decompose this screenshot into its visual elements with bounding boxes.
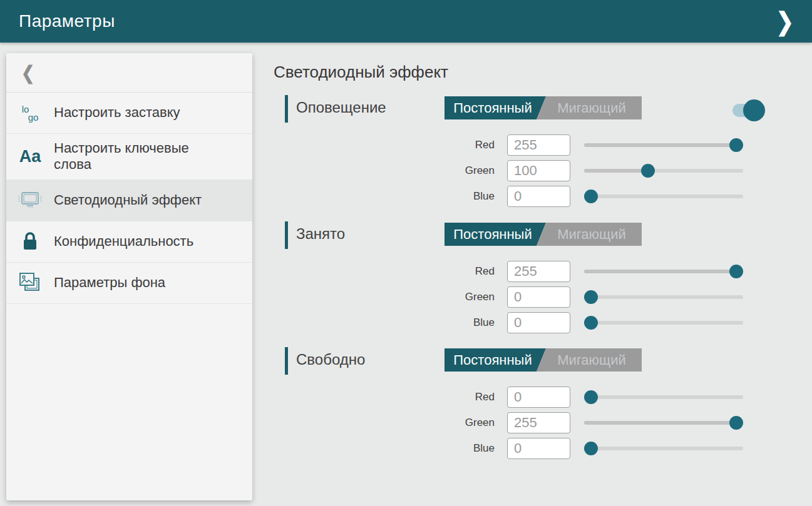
background-image-icon	[6, 271, 54, 294]
section-notification: Оповещение Постоянный Мигающий Red Green…	[285, 94, 779, 216]
led-monitor-icon	[6, 190, 54, 210]
sidebar-item-screensaver[interactable]: lo go Настроить заставку	[6, 93, 252, 134]
slider-knob[interactable]	[584, 290, 598, 304]
channel-label: Red	[410, 265, 495, 278]
green-slider[interactable]	[584, 169, 743, 173]
switch-knob	[743, 99, 765, 121]
channel-label: Red	[410, 391, 495, 403]
mode-blinking-button[interactable]: Мигающий	[537, 223, 642, 246]
channel-row-blue: Blue	[285, 186, 779, 207]
green-value-input[interactable]	[507, 286, 570, 308]
blue-value-input[interactable]	[507, 312, 570, 333]
section-accent-bar	[285, 221, 288, 249]
slider-knob[interactable]	[729, 138, 743, 152]
mode-segmented-control: Постоянный Мигающий	[445, 223, 642, 246]
slider-fill	[584, 143, 736, 147]
slider-fill	[584, 421, 736, 425]
section-free: Свободно Постоянный Мигающий Red Green B…	[285, 346, 779, 468]
channel-label: Blue	[410, 442, 495, 455]
sidebar-item-label: Параметры фона	[54, 275, 213, 291]
sidebar-back-button[interactable]: ❮	[6, 53, 252, 93]
red-value-input[interactable]	[507, 387, 570, 408]
blue-value-input[interactable]	[507, 186, 570, 207]
channel-label: Blue	[410, 316, 495, 329]
channel-row-blue: Blue	[285, 312, 779, 333]
red-slider[interactable]	[584, 143, 743, 147]
channel-row-green: Green	[285, 160, 779, 181]
mode-blinking-button[interactable]: Мигающий	[537, 348, 642, 372]
section-label: Свободно	[296, 351, 365, 368]
green-slider[interactable]	[584, 295, 743, 299]
lock-icon	[6, 231, 54, 252]
content-title: Светодиодный эффект	[274, 63, 448, 82]
channel-row-green: Green	[285, 286, 779, 308]
section-label: Занято	[296, 225, 345, 243]
green-slider[interactable]	[584, 421, 743, 425]
slider-knob[interactable]	[584, 442, 598, 455]
channel-label: Green	[410, 417, 495, 429]
channel-label: Red	[410, 139, 495, 151]
red-value-input[interactable]	[507, 134, 570, 156]
sidebar-item-label: Настроить заставку	[54, 104, 213, 121]
channel-label: Blue	[410, 190, 495, 203]
sidebar-item-keywords[interactable]: Aa Настроить ключевые слова	[6, 134, 252, 180]
sidebar-item-label: Настроить ключевые слова	[54, 140, 213, 173]
channel-label: Green	[410, 164, 495, 177]
green-value-input[interactable]	[507, 160, 570, 181]
mode-constant-button[interactable]: Постоянный	[445, 348, 546, 372]
chevron-left-icon: ❮	[21, 62, 34, 84]
slider-fill	[584, 169, 648, 173]
channel-row-green: Green	[285, 412, 779, 433]
blue-value-input[interactable]	[507, 438, 570, 459]
channel-label: Green	[410, 291, 495, 303]
sidebar-item-privacy[interactable]: Конфиденциальность	[6, 221, 252, 263]
blue-slider[interactable]	[584, 195, 743, 198]
mode-blinking-button[interactable]: Мигающий	[537, 96, 642, 119]
notification-switch[interactable]	[732, 99, 765, 122]
slider-knob[interactable]	[584, 316, 598, 330]
section-busy: Занято Постоянный Мигающий Red Green Blu…	[285, 220, 779, 342]
green-value-input[interactable]	[507, 412, 570, 433]
mode-constant-button[interactable]: Постоянный	[445, 96, 546, 119]
section-accent-bar	[285, 347, 288, 375]
section-label: Оповещение	[296, 99, 386, 116]
slider-knob[interactable]	[641, 164, 655, 178]
sidebar-item-label: Конфиденциальность	[54, 233, 213, 250]
mode-segmented-control: Постоянный Мигающий	[445, 348, 642, 372]
blue-slider[interactable]	[584, 321, 743, 325]
keywords-icon: Aa	[6, 147, 54, 166]
channel-row-blue: Blue	[285, 438, 779, 459]
red-slider[interactable]	[584, 395, 743, 399]
slider-knob[interactable]	[729, 416, 743, 430]
blue-slider[interactable]	[584, 447, 743, 450]
slider-knob[interactable]	[584, 390, 598, 404]
sidebar-item-led-effect[interactable]: Светодиодный эффект	[6, 180, 252, 221]
red-value-input[interactable]	[507, 261, 570, 282]
red-slider[interactable]	[584, 270, 743, 273]
sidebar-item-background[interactable]: Параметры фона	[6, 263, 252, 304]
section-accent-bar	[285, 95, 288, 123]
app-header: Параметры ❯	[0, 0, 812, 43]
sidebar-item-label: Светодиодный эффект	[54, 192, 213, 208]
slider-fill	[584, 270, 736, 273]
channel-row-red: Red	[285, 134, 779, 156]
slider-knob[interactable]	[584, 190, 598, 203]
chevron-right-icon[interactable]: ❯	[776, 9, 794, 34]
mode-constant-button[interactable]: Постоянный	[445, 223, 546, 246]
channel-row-red: Red	[285, 387, 779, 408]
mode-segmented-control: Постоянный Мигающий	[445, 96, 642, 119]
page-title: Параметры	[19, 11, 774, 31]
slider-knob[interactable]	[729, 265, 743, 278]
settings-sidebar: ❮ lo go Настроить заставку Aa Настроить …	[6, 53, 252, 500]
logo-icon: lo go	[6, 105, 54, 121]
channel-row-red: Red	[285, 261, 779, 282]
